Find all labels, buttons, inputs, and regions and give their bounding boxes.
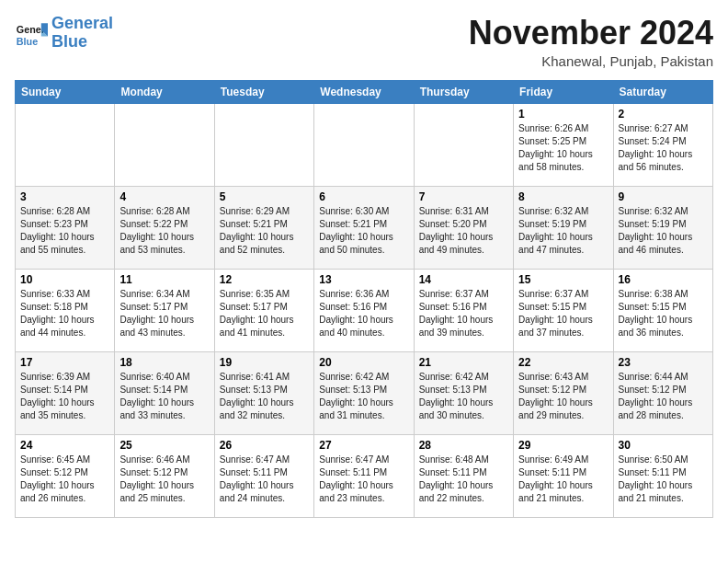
calendar-cell	[16, 103, 115, 186]
day-info: Sunrise: 6:35 AMSunset: 5:17 PMDaylight:…	[220, 288, 309, 339]
calendar-cell: 20Sunrise: 6:42 AMSunset: 5:13 PMDayligh…	[314, 351, 414, 434]
calendar-cell	[115, 103, 214, 186]
day-info: Sunrise: 6:32 AMSunset: 5:19 PMDaylight:…	[518, 205, 608, 257]
calendar-cell: 9Sunrise: 6:32 AMSunset: 5:19 PMDaylight…	[613, 186, 712, 269]
day-info: Sunrise: 6:47 AMSunset: 5:11 PMDaylight:…	[319, 454, 408, 505]
day-info: Sunrise: 6:49 AMSunset: 5:11 PMDaylight:…	[518, 454, 608, 505]
calendar-cell: 22Sunrise: 6:43 AMSunset: 5:12 PMDayligh…	[514, 351, 613, 434]
day-number: 4	[119, 190, 209, 203]
logo-general: General	[51, 14, 113, 32]
month-title: November 2024	[469, 15, 713, 52]
calendar-cell: 17Sunrise: 6:39 AMSunset: 5:14 PMDayligh…	[16, 351, 115, 434]
calendar-week-3: 10Sunrise: 6:33 AMSunset: 5:18 PMDayligh…	[16, 269, 713, 351]
page-header: General Blue General Blue November 2024 …	[15, 15, 713, 69]
day-number: 5	[220, 190, 309, 203]
day-number: 21	[419, 356, 508, 369]
calendar-cell: 3Sunrise: 6:28 AMSunset: 5:23 PMDaylight…	[16, 186, 115, 269]
calendar-table: SundayMondayTuesdayWednesdayThursdayFrid…	[15, 80, 713, 518]
calendar-cell: 26Sunrise: 6:47 AMSunset: 5:11 PMDayligh…	[214, 434, 313, 517]
day-number: 16	[619, 273, 708, 286]
calendar-cell: 23Sunrise: 6:44 AMSunset: 5:12 PMDayligh…	[613, 351, 712, 434]
day-info: Sunrise: 6:39 AMSunset: 5:14 PMDaylight:…	[20, 371, 109, 422]
calendar-cell: 10Sunrise: 6:33 AMSunset: 5:18 PMDayligh…	[16, 269, 115, 351]
calendar-cell	[214, 103, 313, 186]
calendar-cell: 4Sunrise: 6:28 AMSunset: 5:22 PMDaylight…	[115, 186, 214, 269]
calendar-header-row: SundayMondayTuesdayWednesdayThursdayFrid…	[16, 80, 713, 103]
day-number: 13	[319, 273, 408, 286]
day-number: 1	[518, 108, 608, 121]
calendar-cell: 13Sunrise: 6:36 AMSunset: 5:16 PMDayligh…	[314, 269, 414, 351]
calendar-cell: 25Sunrise: 6:46 AMSunset: 5:12 PMDayligh…	[115, 434, 214, 517]
day-number: 2	[619, 108, 708, 121]
calendar-cell: 21Sunrise: 6:42 AMSunset: 5:13 PMDayligh…	[414, 351, 513, 434]
day-info: Sunrise: 6:29 AMSunset: 5:21 PMDaylight:…	[220, 205, 309, 257]
calendar-cell: 5Sunrise: 6:29 AMSunset: 5:21 PMDaylight…	[214, 186, 313, 269]
day-info: Sunrise: 6:48 AMSunset: 5:11 PMDaylight:…	[419, 454, 508, 505]
day-info: Sunrise: 6:37 AMSunset: 5:16 PMDaylight:…	[419, 288, 508, 339]
calendar-cell: 11Sunrise: 6:34 AMSunset: 5:17 PMDayligh…	[115, 269, 214, 351]
day-number: 29	[518, 439, 608, 452]
day-info: Sunrise: 6:26 AMSunset: 5:25 PMDaylight:…	[518, 122, 608, 174]
location: Khanewal, Punjab, Pakistan	[469, 53, 713, 69]
day-info: Sunrise: 6:33 AMSunset: 5:18 PMDaylight:…	[20, 288, 109, 339]
day-info: Sunrise: 6:44 AMSunset: 5:12 PMDaylight:…	[619, 371, 708, 422]
calendar-week-1: 1Sunrise: 6:26 AMSunset: 5:25 PMDaylight…	[16, 103, 713, 186]
day-info: Sunrise: 6:42 AMSunset: 5:13 PMDaylight:…	[419, 371, 508, 422]
day-info: Sunrise: 6:31 AMSunset: 5:20 PMDaylight:…	[419, 205, 508, 257]
logo-blue: Blue	[51, 32, 87, 51]
col-header-thursday: Thursday	[414, 80, 513, 103]
calendar-cell: 7Sunrise: 6:31 AMSunset: 5:20 PMDaylight…	[414, 186, 513, 269]
day-info: Sunrise: 6:38 AMSunset: 5:15 PMDaylight:…	[619, 288, 708, 339]
day-info: Sunrise: 6:46 AMSunset: 5:12 PMDaylight:…	[119, 454, 209, 505]
day-number: 12	[220, 273, 309, 286]
day-info: Sunrise: 6:30 AMSunset: 5:21 PMDaylight:…	[319, 205, 408, 257]
svg-text:Blue: Blue	[17, 35, 38, 46]
day-info: Sunrise: 6:43 AMSunset: 5:12 PMDaylight:…	[518, 371, 608, 422]
day-number: 14	[419, 273, 508, 286]
calendar-cell: 1Sunrise: 6:26 AMSunset: 5:25 PMDaylight…	[514, 103, 613, 186]
day-info: Sunrise: 6:28 AMSunset: 5:22 PMDaylight:…	[119, 205, 209, 257]
col-header-saturday: Saturday	[613, 80, 712, 103]
day-number: 8	[518, 190, 608, 203]
col-header-friday: Friday	[514, 80, 613, 103]
day-number: 10	[20, 273, 109, 286]
day-number: 18	[119, 356, 209, 369]
calendar-cell	[414, 103, 513, 186]
calendar-cell: 14Sunrise: 6:37 AMSunset: 5:16 PMDayligh…	[414, 269, 513, 351]
day-number: 20	[319, 356, 408, 369]
calendar-cell: 8Sunrise: 6:32 AMSunset: 5:19 PMDaylight…	[514, 186, 613, 269]
calendar-cell: 30Sunrise: 6:50 AMSunset: 5:11 PMDayligh…	[613, 434, 712, 517]
calendar-cell: 2Sunrise: 6:27 AMSunset: 5:24 PMDaylight…	[613, 103, 712, 186]
calendar-cell: 6Sunrise: 6:30 AMSunset: 5:21 PMDaylight…	[314, 186, 414, 269]
day-info: Sunrise: 6:27 AMSunset: 5:24 PMDaylight:…	[619, 122, 708, 174]
calendar-cell: 24Sunrise: 6:45 AMSunset: 5:12 PMDayligh…	[16, 434, 115, 517]
day-info: Sunrise: 6:41 AMSunset: 5:13 PMDaylight:…	[220, 371, 309, 422]
day-info: Sunrise: 6:47 AMSunset: 5:11 PMDaylight:…	[220, 454, 309, 505]
day-info: Sunrise: 6:37 AMSunset: 5:15 PMDaylight:…	[518, 288, 608, 339]
day-info: Sunrise: 6:34 AMSunset: 5:17 PMDaylight:…	[119, 288, 209, 339]
logo-icon: General Blue	[15, 17, 48, 50]
day-number: 25	[119, 439, 209, 452]
col-header-monday: Monday	[115, 80, 214, 103]
calendar-week-5: 24Sunrise: 6:45 AMSunset: 5:12 PMDayligh…	[16, 434, 713, 517]
day-number: 19	[220, 356, 309, 369]
calendar-cell: 15Sunrise: 6:37 AMSunset: 5:15 PMDayligh…	[514, 269, 613, 351]
title-block: November 2024 Khanewal, Punjab, Pakistan	[469, 15, 713, 69]
calendar-cell: 16Sunrise: 6:38 AMSunset: 5:15 PMDayligh…	[613, 269, 712, 351]
day-number: 9	[619, 190, 708, 203]
day-info: Sunrise: 6:36 AMSunset: 5:16 PMDaylight:…	[319, 288, 408, 339]
day-number: 27	[319, 439, 408, 452]
day-number: 22	[518, 356, 608, 369]
calendar-cell: 29Sunrise: 6:49 AMSunset: 5:11 PMDayligh…	[514, 434, 613, 517]
calendar-week-4: 17Sunrise: 6:39 AMSunset: 5:14 PMDayligh…	[16, 351, 713, 434]
logo: General Blue General Blue	[15, 15, 113, 52]
col-header-wednesday: Wednesday	[314, 80, 414, 103]
col-header-tuesday: Tuesday	[214, 80, 313, 103]
calendar-week-2: 3Sunrise: 6:28 AMSunset: 5:23 PMDaylight…	[16, 186, 713, 269]
day-info: Sunrise: 6:28 AMSunset: 5:23 PMDaylight:…	[20, 205, 109, 257]
day-number: 24	[20, 439, 109, 452]
calendar-cell: 19Sunrise: 6:41 AMSunset: 5:13 PMDayligh…	[214, 351, 313, 434]
calendar-cell	[314, 103, 414, 186]
calendar-cell: 12Sunrise: 6:35 AMSunset: 5:17 PMDayligh…	[214, 269, 313, 351]
calendar-cell: 28Sunrise: 6:48 AMSunset: 5:11 PMDayligh…	[414, 434, 513, 517]
